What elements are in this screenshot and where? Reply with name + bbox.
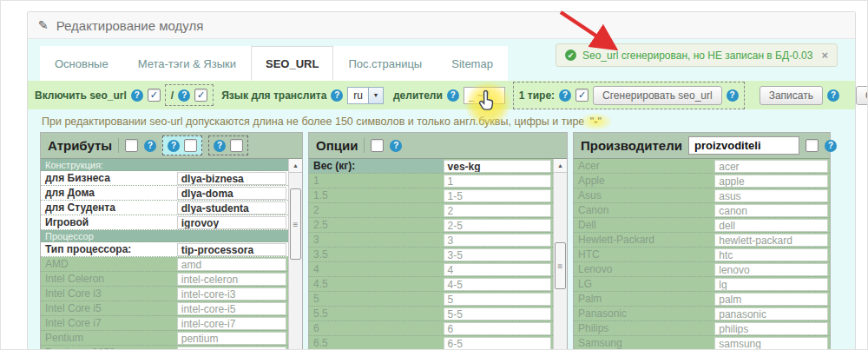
row-value-input[interactable]: 5-5 bbox=[444, 307, 551, 320]
row-value-input[interactable]: 4-5 bbox=[444, 278, 551, 291]
help-icon[interactable]: ? bbox=[131, 89, 143, 102]
table-row: Intel Core i7 intel-core-i7 bbox=[41, 316, 288, 331]
row-value-input[interactable]: intel-celeron bbox=[177, 273, 286, 286]
row-value-input[interactable]: tip-processora bbox=[177, 243, 286, 256]
row-value-input[interactable]: amd bbox=[177, 258, 286, 271]
row-value-input[interactable]: canon bbox=[714, 204, 828, 217]
row-value-input[interactable]: 6-5 bbox=[444, 337, 551, 350]
enable-seo-checkbox[interactable]: ✓ bbox=[148, 89, 161, 102]
row-value-input[interactable]: dell bbox=[714, 219, 828, 232]
translit-lang-select[interactable]: ru ▼ bbox=[347, 87, 384, 104]
row-value-input[interactable]: 1-5 bbox=[444, 189, 551, 202]
attributes-checkbox-3[interactable] bbox=[230, 139, 243, 152]
scrollbar-thumb[interactable]: ≡ bbox=[290, 188, 301, 260]
row-value-input[interactable]: dlya-doma bbox=[177, 187, 286, 200]
row-value-input[interactable]: ves-kg bbox=[444, 160, 551, 173]
manufacturers-title: Производители bbox=[581, 138, 682, 153]
dividers-input[interactable] bbox=[464, 87, 505, 104]
manufacturers-checkbox[interactable] bbox=[806, 139, 819, 152]
attributes-option-group-2: ? bbox=[208, 135, 248, 155]
row-label: Dell bbox=[574, 219, 714, 231]
row-value-input[interactable]: pentium-g3258 bbox=[177, 347, 286, 350]
tab[interactable]: Пос.страницы bbox=[333, 46, 437, 81]
row-value-input[interactable]: lg bbox=[714, 278, 828, 291]
row-label: HTC bbox=[574, 248, 714, 261]
one-dash-label: 1 тире: bbox=[519, 89, 555, 102]
help-icon[interactable]: ? bbox=[331, 89, 343, 102]
scroll-up-icon[interactable]: ▲ bbox=[554, 159, 567, 173]
divider bbox=[364, 138, 365, 153]
row-value-input[interactable]: 2 bbox=[444, 204, 551, 217]
row-value-input[interactable]: pentium bbox=[177, 332, 286, 345]
row-value-input[interactable]: igrovoy bbox=[177, 216, 286, 229]
close-icon[interactable]: × bbox=[821, 49, 828, 62]
row-value-input[interactable]: 4 bbox=[444, 263, 551, 276]
help-icon[interactable]: ? bbox=[390, 140, 402, 152]
attributes-checkbox[interactable] bbox=[125, 139, 138, 152]
help-icon[interactable]: ? bbox=[559, 89, 571, 102]
success-check-icon: ✔ bbox=[565, 50, 576, 61]
table-row: Pentium g3258 pentium-g3258 bbox=[41, 346, 288, 350]
row-value-input[interactable]: palm bbox=[714, 293, 828, 306]
clear-button[interactable]: Очистить bbox=[856, 86, 868, 105]
options-checkbox[interactable] bbox=[371, 139, 384, 152]
row-value-input[interactable]: 3-5 bbox=[444, 248, 551, 261]
table-row: Asus asus bbox=[574, 188, 830, 203]
tab[interactable]: Основные bbox=[40, 46, 123, 81]
row-value-input[interactable]: 2-5 bbox=[444, 219, 551, 232]
main-panel: ✎ Редактирование модуля ОсновныеМета-тэг… bbox=[27, 11, 856, 350]
help-icon[interactable]: ? bbox=[827, 89, 839, 102]
row-value-input[interactable]: 3 bbox=[444, 234, 551, 247]
help-icon[interactable]: ? bbox=[214, 140, 226, 152]
tables-area: Атрибуты ? ? ? bbox=[40, 132, 843, 350]
tab[interactable]: Мета-тэги & Языки bbox=[123, 46, 251, 81]
row-label: Canon bbox=[574, 204, 714, 216]
row-value-input[interactable]: htc bbox=[714, 248, 828, 261]
tab[interactable]: Sitemap bbox=[437, 46, 508, 81]
row-value-input[interactable]: philips bbox=[714, 322, 828, 335]
help-icon[interactable]: ? bbox=[727, 89, 739, 102]
row-value-input[interactable]: dlya-studenta bbox=[177, 201, 286, 215]
help-icon[interactable]: ? bbox=[447, 89, 459, 102]
attributes-panel: Атрибуты ? ? ? bbox=[40, 132, 303, 350]
help-icon[interactable]: ? bbox=[168, 140, 180, 152]
row-value-input[interactable]: asus bbox=[714, 189, 828, 202]
one-dash-checkbox[interactable]: ✓ bbox=[575, 89, 589, 102]
help-icon[interactable]: ? bbox=[825, 140, 837, 152]
generate-seo-url-button[interactable]: Сгенерировать seo_url bbox=[593, 86, 722, 105]
row-value-input[interactable]: apple bbox=[714, 175, 828, 188]
slash-checkbox[interactable]: ✓ bbox=[194, 89, 207, 102]
row-value-input[interactable]: acer bbox=[714, 160, 828, 173]
row-value-input[interactable]: dlya-biznesa bbox=[177, 172, 286, 185]
row-value-input[interactable]: intel-core-i5 bbox=[177, 302, 286, 315]
manufacturers-seo-input[interactable] bbox=[688, 136, 799, 155]
row-value-input[interactable]: intel-core-i7 bbox=[177, 317, 286, 330]
row-value-input[interactable]: intel-core-i3 bbox=[177, 287, 286, 300]
table-row: Pentium pentium bbox=[41, 331, 288, 346]
table-row: Dell dell bbox=[574, 218, 830, 233]
options-scrollbar[interactable]: ▲ ≡ bbox=[553, 159, 567, 350]
attributes-scrollbar[interactable]: ▲ ≡ bbox=[288, 159, 302, 350]
scrollbar-thumb[interactable]: ≡ bbox=[555, 242, 566, 289]
save-button[interactable]: Записать bbox=[760, 86, 823, 105]
row-value-input[interactable]: 1 bbox=[444, 175, 551, 188]
tab[interactable]: SEO_URL bbox=[251, 46, 333, 81]
row-label: 2.5 bbox=[309, 219, 444, 231]
row-value-input[interactable]: lenovo bbox=[714, 263, 828, 276]
help-icon[interactable]: ? bbox=[144, 140, 156, 152]
row-value-input[interactable]: samsung bbox=[714, 337, 828, 350]
table-row: 1 1 bbox=[309, 174, 553, 188]
attributes-checkbox-2[interactable] bbox=[184, 139, 197, 152]
scroll-up-icon[interactable]: ▲ bbox=[289, 159, 302, 173]
help-icon[interactable]: ? bbox=[178, 89, 190, 102]
row-label: Acer bbox=[574, 160, 714, 172]
options-title: Опции bbox=[316, 138, 358, 153]
translit-language-label: Язык для транслита bbox=[221, 89, 326, 102]
row-label: для Студента bbox=[41, 201, 177, 214]
manufacturers-panel-header: Производители ? bbox=[574, 133, 830, 159]
row-value-input[interactable]: hewlett-packard bbox=[714, 234, 828, 247]
row-value-input[interactable]: panasonic bbox=[714, 307, 828, 320]
page-title: Редактирование модуля bbox=[56, 18, 204, 33]
row-value-input[interactable]: 6 bbox=[444, 322, 551, 335]
row-value-input[interactable]: 5 bbox=[444, 293, 551, 306]
